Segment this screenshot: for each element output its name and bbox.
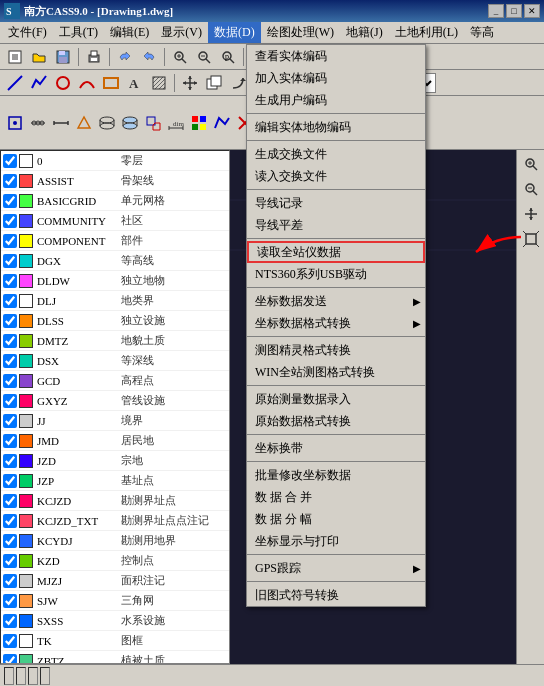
layer-row[interactable]: KZD控制点: [1, 551, 229, 571]
layer-row[interactable]: ZBTZ植被土质: [1, 651, 229, 664]
layer-row[interactable]: JJ境界: [1, 411, 229, 431]
minimize-button[interactable]: _: [488, 4, 504, 18]
layer-checkbox[interactable]: [3, 554, 17, 568]
redo-button[interactable]: [138, 46, 160, 68]
dropdown-item-coord-display-print[interactable]: 坐标显示与打印: [247, 530, 425, 552]
layer-checkbox[interactable]: [3, 374, 17, 388]
dropdown-item-batch-modify-coord[interactable]: 批量修改坐标数据: [247, 464, 425, 486]
layer-checkbox[interactable]: [3, 334, 17, 348]
layer-row[interactable]: KCYDJ勘测用地界: [1, 531, 229, 551]
layer-row[interactable]: KCJZD勘测界址点: [1, 491, 229, 511]
layer-row[interactable]: DSX等深线: [1, 351, 229, 371]
dropdown-item-data-merge[interactable]: 数 据 合 并: [247, 486, 425, 508]
zoom-realtime-button[interactable]: [169, 46, 191, 68]
layer-checkbox[interactable]: [3, 214, 17, 228]
polyline-button[interactable]: [28, 72, 50, 94]
layer-checkbox[interactable]: [3, 654, 17, 665]
layer-row[interactable]: JMD居民地: [1, 431, 229, 451]
layer-row[interactable]: JZP基址点: [1, 471, 229, 491]
layer-checkbox[interactable]: [3, 474, 17, 488]
layer-checkbox[interactable]: [3, 614, 17, 628]
zoom-prev-button[interactable]: p: [217, 46, 239, 68]
dimension-button[interactable]: dim: [165, 112, 187, 134]
layer-checkbox[interactable]: [3, 414, 17, 428]
layer-button[interactable]: [96, 112, 118, 134]
right-extents[interactable]: [519, 227, 543, 251]
layer-checkbox[interactable]: [3, 254, 17, 268]
move-button[interactable]: [179, 72, 201, 94]
menu-edit[interactable]: 编辑(E): [104, 22, 155, 43]
layer-checkbox[interactable]: [3, 594, 17, 608]
hatch-button[interactable]: [148, 72, 170, 94]
dropdown-item-raw-measure[interactable]: 原始测量数据录入: [247, 388, 425, 410]
layer-checkbox[interactable]: [3, 234, 17, 248]
dropdown-item-coord-send[interactable]: 坐标数据发送▶: [247, 290, 425, 312]
data-menu[interactable]: 查看实体编码加入实体编码生成用户编码编辑实体地物编码生成交换文件读入交换文件导线…: [246, 44, 426, 607]
layer-checkbox[interactable]: [3, 454, 17, 468]
menu-map[interactable]: 地籍(J): [340, 22, 389, 43]
menu-land[interactable]: 土地利用(L): [389, 22, 464, 43]
layer-checkbox[interactable]: [3, 634, 17, 648]
layer-checkbox[interactable]: [3, 154, 17, 168]
insert-block-button[interactable]: [142, 112, 164, 134]
layer-checkbox[interactable]: [3, 274, 17, 288]
text-button[interactable]: A: [124, 72, 146, 94]
close-button[interactable]: ✕: [524, 4, 540, 18]
maximize-button[interactable]: □: [506, 4, 522, 18]
right-zoom-out[interactable]: [519, 177, 543, 201]
rect-button[interactable]: [100, 72, 122, 94]
menu-data[interactable]: 数据(D): [208, 22, 261, 43]
dropdown-item-read-exchange[interactable]: 读入交换文件: [247, 165, 425, 187]
layer-checkbox[interactable]: [3, 574, 17, 588]
dropdown-item-gen-exchange[interactable]: 生成交换文件: [247, 143, 425, 165]
dropdown-item-gps-track[interactable]: GPS跟踪▶: [247, 557, 425, 579]
layer-checkbox[interactable]: [3, 354, 17, 368]
menu-more[interactable]: 等高: [464, 22, 500, 43]
menu-draw[interactable]: 绘图处理(W): [261, 22, 340, 43]
layer-row[interactable]: DMTZ地貌土质: [1, 331, 229, 351]
layer-row[interactable]: BASICGRID单元网格: [1, 191, 229, 211]
color-button[interactable]: [188, 112, 210, 134]
window-controls[interactable]: _ □ ✕: [488, 4, 540, 18]
layer-checkbox[interactable]: [3, 494, 17, 508]
layer-checkbox[interactable]: [3, 514, 17, 528]
layer-row[interactable]: MJZJ面积注记: [1, 571, 229, 591]
dropdown-item-raw-format-convert[interactable]: 原始数据格式转换: [247, 410, 425, 432]
menu-tools[interactable]: 工具(T): [53, 22, 104, 43]
dropdown-item-data-split[interactable]: 数 据 分 幅: [247, 508, 425, 530]
snap-button[interactable]: [4, 112, 26, 134]
layer-row[interactable]: COMPONENT部件: [1, 231, 229, 251]
layer-checkbox[interactable]: [3, 194, 17, 208]
right-pan[interactable]: [519, 202, 543, 226]
layer-row[interactable]: DLDW独立地物: [1, 271, 229, 291]
layer-row[interactable]: SXSS水系设施: [1, 611, 229, 631]
layer-row[interactable]: 0零层: [1, 151, 229, 171]
layer-row[interactable]: GCD高程点: [1, 371, 229, 391]
measure-button[interactable]: [50, 112, 72, 134]
new-button[interactable]: [4, 46, 26, 68]
layer-row[interactable]: TK图框: [1, 631, 229, 651]
layer-checkbox[interactable]: [3, 534, 17, 548]
layer-checkbox[interactable]: [3, 174, 17, 188]
layer-checkbox[interactable]: [3, 434, 17, 448]
layer-checkbox[interactable]: [3, 294, 17, 308]
layer-row[interactable]: KCJZD_TXT勘测界址点点注记: [1, 511, 229, 531]
dropdown-item-gen-user-code[interactable]: 生成用户编码: [247, 89, 425, 111]
menu-file[interactable]: 文件(F): [2, 22, 53, 43]
layer-checkbox[interactable]: [3, 394, 17, 408]
layer-checkbox[interactable]: [3, 314, 17, 328]
print-button[interactable]: [83, 46, 105, 68]
open-button[interactable]: [28, 46, 50, 68]
menu-view[interactable]: 显示(V): [155, 22, 208, 43]
layer-row[interactable]: GXYZ管线设施: [1, 391, 229, 411]
circle-button[interactable]: [52, 72, 74, 94]
dropdown-item-win-total-convert[interactable]: WIN全站测图格式转换: [247, 361, 425, 383]
layer-row[interactable]: DLSS独立设施: [1, 311, 229, 331]
layer-row[interactable]: ASSIST骨架线: [1, 171, 229, 191]
layer-row[interactable]: JZD宗地: [1, 451, 229, 471]
dropdown-item-view-code[interactable]: 查看实体编码: [247, 45, 425, 67]
copy-entity-button[interactable]: [203, 72, 225, 94]
dropdown-item-old-symbol-convert[interactable]: 旧图式符号转换: [247, 584, 425, 606]
dropdown-item-survey-wizard[interactable]: 测图精灵格式转换: [247, 339, 425, 361]
dropdown-item-edit-entity-code[interactable]: 编辑实体地物编码: [247, 116, 425, 138]
